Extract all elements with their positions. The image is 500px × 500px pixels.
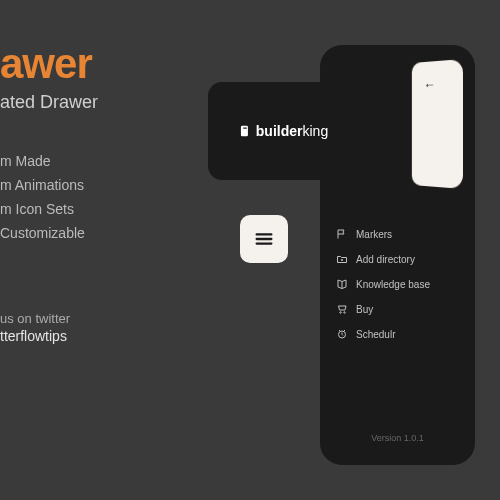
drawer-item-label: Schedulr [356,329,395,340]
flag-icon [336,228,348,240]
hamburger-icon [253,228,275,250]
brand-card: builderking [208,82,358,180]
drawer-item-label: Add directory [356,254,415,265]
social-label: us on twitter [0,311,170,326]
drawer-item-markers[interactable]: Markers [336,228,459,240]
svg-point-5 [340,312,342,314]
hero-subtitle: ated Drawer [0,92,170,113]
brand-name-2: king [302,123,328,139]
drawer-item-label: Knowledge base [356,279,430,290]
feature-item: m Animations [0,177,170,193]
folder-icon [336,253,348,265]
svg-point-6 [344,312,346,314]
drawer-menu: Markers Add directory Knowledge base Buy… [336,215,459,353]
drawer-item-buy[interactable]: Buy [336,303,459,315]
brand-icon [238,124,252,138]
version-text: Version 1.0.1 [320,433,475,443]
arrow-left-icon: ← [424,77,436,93]
feature-item: Customizable [0,225,170,241]
brand-name-1: builder [256,123,303,139]
drawer-item-directory[interactable]: Add directory [336,253,459,265]
drawer-item-label: Buy [356,304,373,315]
drawer-item-label: Markers [356,229,392,240]
drawer-door[interactable]: ← [412,59,463,189]
hero-title: awer [0,40,170,88]
drawer-item-knowledge[interactable]: Knowledge base [336,278,459,290]
feature-item: m Made [0,153,170,169]
cart-icon [336,303,348,315]
book-icon [336,278,348,290]
social-handle[interactable]: tterflowtips [0,328,170,344]
social-block: us on twitter tterflowtips [0,311,170,344]
feature-item: m Icon Sets [0,201,170,217]
feature-list: m Made m Animations m Icon Sets Customiz… [0,153,170,241]
hamburger-button[interactable] [240,215,288,263]
drawer-item-scheduler[interactable]: Schedulr [336,328,459,340]
clock-icon [336,328,348,340]
